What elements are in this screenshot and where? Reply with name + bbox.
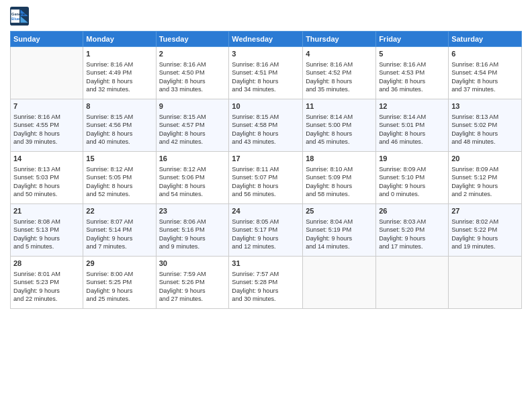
day-number: 2 bbox=[159, 49, 226, 59]
day-number: 7 bbox=[13, 101, 80, 111]
calendar-table: Sunday Monday Tuesday Wednesday Thursday… bbox=[10, 31, 522, 309]
day-info-line: Daylight: 8 hours bbox=[232, 77, 300, 85]
day-info-line: and 39 minutes. bbox=[13, 138, 80, 146]
day-info-line: and 43 minutes. bbox=[232, 138, 300, 146]
day-info-line: and 50 minutes. bbox=[13, 190, 80, 198]
day-info-line: Daylight: 8 hours bbox=[306, 182, 373, 190]
day-info-line: Sunrise: 8:14 AM bbox=[306, 113, 373, 121]
day-info-line: Daylight: 8 hours bbox=[232, 182, 300, 190]
day-info-line: and 37 minutes. bbox=[451, 85, 519, 93]
day-info-line: Daylight: 9 hours bbox=[232, 234, 300, 242]
th-monday: Monday bbox=[83, 32, 156, 47]
day-info-line: Daylight: 9 hours bbox=[159, 287, 226, 295]
day-cell: 29Sunrise: 8:00 AMSunset: 5:25 PMDayligh… bbox=[83, 257, 156, 309]
day-info-line: Sunset: 5:09 PM bbox=[306, 173, 373, 181]
day-info-line: Daylight: 9 hours bbox=[13, 287, 80, 295]
day-info-line: Daylight: 8 hours bbox=[451, 77, 519, 85]
day-info-line: Daylight: 9 hours bbox=[86, 287, 152, 295]
day-info-line: Sunset: 5:20 PM bbox=[379, 226, 445, 234]
day-number: 29 bbox=[86, 259, 152, 269]
day-cell: 14Sunrise: 8:13 AMSunset: 5:03 PMDayligh… bbox=[11, 152, 83, 204]
day-info-line: and 52 minutes. bbox=[86, 190, 152, 198]
day-info-line: Sunrise: 8:12 AM bbox=[159, 165, 226, 173]
day-info-line: Daylight: 8 hours bbox=[232, 130, 300, 138]
day-info-line: Sunrise: 8:16 AM bbox=[306, 60, 373, 68]
day-info-line: Sunset: 5:22 PM bbox=[451, 226, 519, 234]
day-cell: 18Sunrise: 8:10 AMSunset: 5:09 PMDayligh… bbox=[303, 152, 376, 204]
day-info-line: Sunrise: 8:13 AM bbox=[451, 113, 519, 121]
day-info-line: Sunset: 5:02 PM bbox=[451, 121, 519, 129]
day-info-line: Daylight: 9 hours bbox=[13, 234, 80, 242]
day-info-line: Sunrise: 8:16 AM bbox=[159, 60, 226, 68]
day-number: 13 bbox=[451, 101, 519, 111]
day-cell: 19Sunrise: 8:09 AMSunset: 5:10 PMDayligh… bbox=[376, 152, 449, 204]
day-cell: 24Sunrise: 8:05 AMSunset: 5:17 PMDayligh… bbox=[229, 204, 303, 257]
day-info-line: Daylight: 8 hours bbox=[13, 182, 80, 190]
day-number: 5 bbox=[379, 49, 445, 59]
day-info-line: and 27 minutes. bbox=[159, 295, 226, 303]
day-info-line: Daylight: 8 hours bbox=[86, 182, 152, 190]
day-info-line: and 36 minutes. bbox=[379, 85, 445, 93]
week-row-5: 28Sunrise: 8:01 AMSunset: 5:23 PMDayligh… bbox=[11, 257, 522, 309]
day-info-line: Daylight: 8 hours bbox=[86, 130, 152, 138]
day-info-line: and 34 minutes. bbox=[232, 85, 300, 93]
day-info-line: Daylight: 8 hours bbox=[451, 130, 519, 138]
day-info-line: Daylight: 8 hours bbox=[306, 130, 373, 138]
day-info-line: Sunrise: 8:13 AM bbox=[13, 165, 80, 173]
day-info-line: and 42 minutes. bbox=[159, 138, 226, 146]
day-info-line: Sunset: 5:14 PM bbox=[86, 226, 152, 234]
day-number: 30 bbox=[159, 259, 226, 269]
day-cell: 7Sunrise: 8:16 AMSunset: 4:55 PMDaylight… bbox=[11, 99, 83, 152]
day-info-line: Daylight: 9 hours bbox=[379, 182, 445, 190]
day-cell bbox=[376, 257, 449, 309]
day-number: 24 bbox=[232, 206, 300, 216]
day-cell: 16Sunrise: 8:12 AMSunset: 5:06 PMDayligh… bbox=[156, 152, 229, 204]
day-info-line: and 19 minutes. bbox=[451, 242, 519, 250]
day-info-line: Sunrise: 8:03 AM bbox=[379, 218, 445, 226]
day-cell: 6Sunrise: 8:16 AMSunset: 4:54 PMDaylight… bbox=[449, 47, 522, 99]
day-info-line: and 35 minutes. bbox=[306, 85, 373, 93]
day-number: 23 bbox=[159, 206, 226, 216]
svg-text:Blue: Blue bbox=[11, 17, 19, 21]
day-info-line: and 9 minutes. bbox=[159, 242, 226, 250]
day-cell: 1Sunrise: 8:16 AMSunset: 4:49 PMDaylight… bbox=[83, 47, 156, 99]
day-info-line: Sunrise: 8:02 AM bbox=[451, 218, 519, 226]
day-info-line: Daylight: 9 hours bbox=[451, 182, 519, 190]
day-info-line: and 40 minutes. bbox=[86, 138, 152, 146]
svg-text:General: General bbox=[11, 12, 26, 16]
day-cell: 23Sunrise: 8:06 AMSunset: 5:16 PMDayligh… bbox=[156, 204, 229, 257]
header-row: Sunday Monday Tuesday Wednesday Thursday… bbox=[11, 32, 522, 47]
day-info-line: and 46 minutes. bbox=[379, 138, 445, 146]
day-info-line: Sunrise: 7:57 AM bbox=[232, 270, 300, 278]
th-tuesday: Tuesday bbox=[156, 32, 229, 47]
day-cell: 11Sunrise: 8:14 AMSunset: 5:00 PMDayligh… bbox=[303, 99, 376, 152]
day-info-line: Sunset: 5:28 PM bbox=[232, 278, 300, 286]
day-info-line: Sunset: 5:13 PM bbox=[13, 226, 80, 234]
day-info-line: Daylight: 9 hours bbox=[86, 234, 152, 242]
day-number: 18 bbox=[306, 154, 373, 164]
day-info-line: Daylight: 9 hours bbox=[232, 287, 300, 295]
day-info-line: and 54 minutes. bbox=[159, 190, 226, 198]
day-info-line: Daylight: 9 hours bbox=[306, 234, 373, 242]
day-info-line: Sunset: 4:49 PM bbox=[86, 68, 152, 77]
day-info-line: Sunset: 5:10 PM bbox=[379, 173, 445, 181]
day-cell: 12Sunrise: 8:14 AMSunset: 5:01 PMDayligh… bbox=[376, 99, 449, 152]
day-number: 6 bbox=[451, 49, 519, 59]
day-info-line: Sunrise: 8:16 AM bbox=[86, 60, 152, 68]
day-info-line: Sunset: 5:25 PM bbox=[86, 278, 152, 286]
day-info-line: Sunrise: 8:14 AM bbox=[379, 113, 445, 121]
day-number: 31 bbox=[232, 259, 300, 269]
day-number: 12 bbox=[379, 101, 445, 111]
day-cell: 27Sunrise: 8:02 AMSunset: 5:22 PMDayligh… bbox=[449, 204, 522, 257]
day-info-line: Sunset: 4:50 PM bbox=[159, 68, 226, 77]
day-cell: 17Sunrise: 8:11 AMSunset: 5:07 PMDayligh… bbox=[229, 152, 303, 204]
day-cell: 25Sunrise: 8:04 AMSunset: 5:19 PMDayligh… bbox=[303, 204, 376, 257]
day-info-line: Daylight: 8 hours bbox=[159, 77, 226, 85]
day-info-line: Sunrise: 8:16 AM bbox=[232, 60, 300, 68]
day-info-line: Sunset: 5:06 PM bbox=[159, 173, 226, 181]
day-info-line: and 22 minutes. bbox=[13, 295, 80, 303]
day-info-line: Sunset: 4:55 PM bbox=[13, 121, 80, 129]
th-wednesday: Wednesday bbox=[229, 32, 303, 47]
day-number: 28 bbox=[13, 259, 80, 269]
day-cell: 5Sunrise: 8:16 AMSunset: 4:53 PMDaylight… bbox=[376, 47, 449, 99]
